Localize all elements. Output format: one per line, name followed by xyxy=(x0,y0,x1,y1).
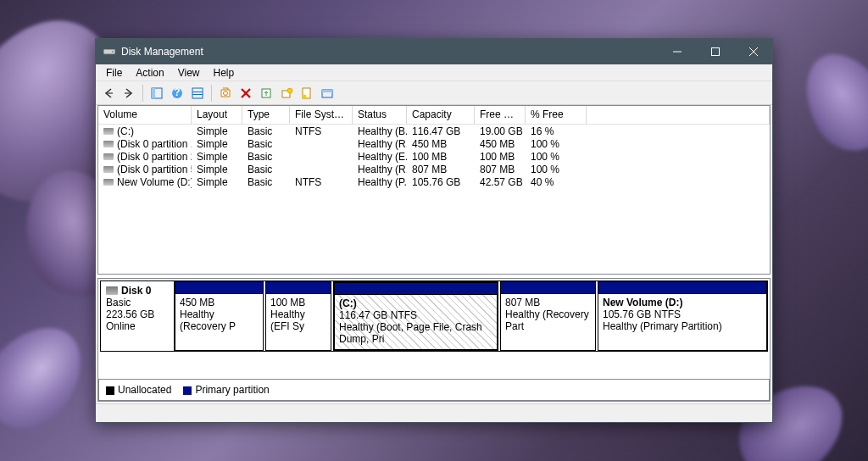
partition-bar xyxy=(335,283,497,295)
minimize-button[interactable] xyxy=(658,39,696,64)
svg-point-13 xyxy=(287,88,292,93)
disk-state: Online xyxy=(106,320,169,332)
titlebar[interactable]: Disk Management xyxy=(96,39,772,64)
disk-label[interactable]: Disk 0 Basic 223.56 GB Online xyxy=(101,281,175,351)
back-button[interactable] xyxy=(99,84,118,103)
disk-icon xyxy=(106,286,118,295)
volume-icon xyxy=(103,166,114,173)
disk-size: 223.56 GB xyxy=(106,308,169,320)
create-button[interactable] xyxy=(277,84,296,103)
volume-row[interactable]: (Disk 0 partition 5)SimpleBasicHealthy (… xyxy=(98,163,770,175)
partitions-container: 450 MBHealthy (Recovery P100 MBHealthy (… xyxy=(175,281,767,351)
help-button[interactable]: ? xyxy=(168,84,186,103)
partition-bar xyxy=(598,282,766,294)
maximize-button[interactable] xyxy=(696,39,734,64)
partition-bar xyxy=(501,282,595,294)
col-spacer[interactable] xyxy=(587,106,770,124)
svg-rect-2 xyxy=(711,48,719,56)
disk-type: Basic xyxy=(106,297,169,308)
svg-point-15 xyxy=(303,94,307,98)
rescan-button[interactable] xyxy=(216,84,235,103)
window-title: Disk Management xyxy=(121,46,658,58)
settings-button[interactable] xyxy=(318,84,337,103)
menu-file[interactable]: File xyxy=(99,65,129,81)
partition-block[interactable]: New Volume (D:)105.76 GB NTFSHealthy (Pr… xyxy=(598,281,767,351)
partition-block[interactable]: 100 MBHealthy (EFI Sy xyxy=(265,281,331,351)
app-icon xyxy=(103,45,116,58)
svg-rect-8 xyxy=(192,92,203,92)
svg-rect-7 xyxy=(192,88,203,98)
menubar: File Action View Help xyxy=(96,64,772,81)
volume-icon xyxy=(103,179,114,186)
volume-icon xyxy=(103,141,114,147)
volume-icon xyxy=(103,153,114,160)
toolbar-view-button[interactable] xyxy=(147,84,166,103)
list-body[interactable]: (C:)SimpleBasicNTFSHealthy (B...116.47 G… xyxy=(98,125,770,274)
svg-text:?: ? xyxy=(174,86,180,98)
properties-button[interactable] xyxy=(298,84,316,103)
volume-row[interactable]: (Disk 0 partition 2)SimpleBasicHealthy (… xyxy=(98,150,770,163)
legend-primary: Primary partition xyxy=(183,384,269,396)
disk-row[interactable]: Disk 0 Basic 223.56 GB Online 450 MBHeal… xyxy=(100,280,768,352)
svg-rect-4 xyxy=(152,88,155,98)
col-volume[interactable]: Volume xyxy=(98,106,192,124)
volume-list[interactable]: Volume Layout Type File System Status Ca… xyxy=(97,105,771,275)
svg-rect-17 xyxy=(322,90,332,92)
col-pct-free[interactable]: % Free xyxy=(526,106,587,124)
statusbar xyxy=(96,403,772,422)
volume-icon xyxy=(103,128,114,135)
svg-rect-9 xyxy=(192,94,203,95)
col-type[interactable]: Type xyxy=(242,106,290,124)
col-layout[interactable]: Layout xyxy=(192,106,242,124)
partition-bar xyxy=(175,282,263,294)
volume-row[interactable]: (C:)SimpleBasicNTFSHealthy (B...116.47 G… xyxy=(98,125,770,137)
partition-block[interactable]: (C:)116.47 GB NTFSHealthy (Boot, Page Fi… xyxy=(333,281,498,351)
menu-help[interactable]: Help xyxy=(207,65,242,81)
col-filesystem[interactable]: File System xyxy=(290,106,353,124)
close-button[interactable] xyxy=(734,39,772,64)
col-status[interactable]: Status xyxy=(353,106,407,124)
list-header: Volume Layout Type File System Status Ca… xyxy=(98,106,770,125)
eject-button[interactable] xyxy=(257,84,275,103)
col-capacity[interactable]: Capacity xyxy=(407,106,475,124)
content-area: Volume Layout Type File System Status Ca… xyxy=(97,105,771,402)
partition-block[interactable]: 807 MBHealthy (Recovery Part xyxy=(500,281,596,351)
col-free[interactable]: Free Spa... xyxy=(475,106,526,124)
menu-action[interactable]: Action xyxy=(129,65,170,81)
volume-row[interactable]: New Volume (D:)SimpleBasicNTFSHealthy (P… xyxy=(98,175,770,188)
graphical-view[interactable]: Disk 0 Basic 223.56 GB Online 450 MBHeal… xyxy=(97,278,771,402)
volume-row[interactable]: (Disk 0 partition 1)SimpleBasicHealthy (… xyxy=(98,137,770,150)
menu-view[interactable]: View xyxy=(171,65,207,81)
legend-unallocated: Unallocated xyxy=(106,384,171,396)
svg-point-1 xyxy=(112,51,114,53)
refresh-button[interactable] xyxy=(188,84,207,103)
partition-block[interactable]: 450 MBHealthy (Recovery P xyxy=(175,281,264,351)
disk-management-window: Disk Management File Action View Help ? xyxy=(95,38,773,423)
forward-button[interactable] xyxy=(120,84,138,103)
delete-button[interactable] xyxy=(236,84,255,103)
disk-name: Disk 0 xyxy=(121,285,151,297)
partition-bar xyxy=(266,282,331,294)
legend: Unallocated Primary partition xyxy=(98,379,770,401)
toolbar: ? xyxy=(96,81,772,105)
